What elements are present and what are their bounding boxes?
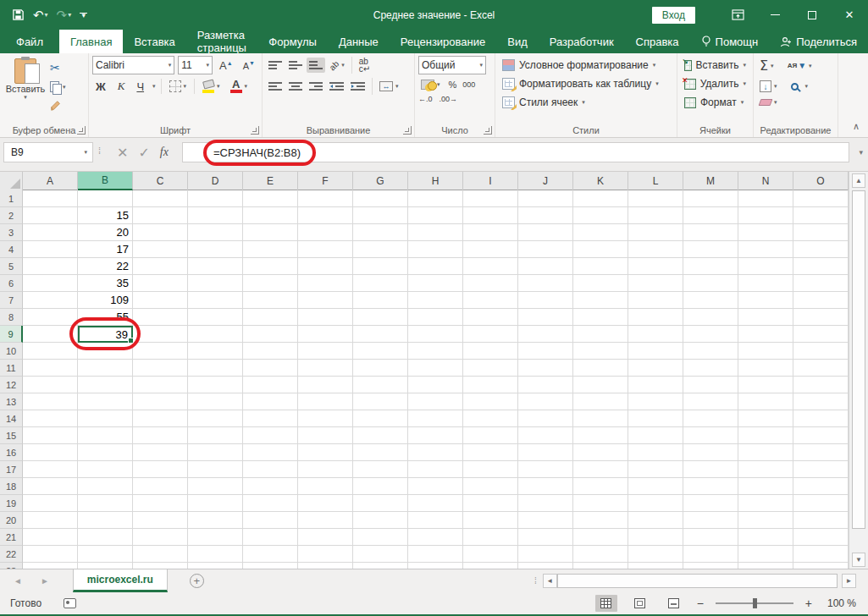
- cell-C3[interactable]: [133, 224, 188, 241]
- cell-A23[interactable]: [23, 563, 78, 569]
- cell-D10[interactable]: [188, 343, 243, 360]
- cell-B12[interactable]: [78, 377, 133, 393]
- cell-E12[interactable]: [243, 377, 298, 393]
- column-header-G[interactable]: G: [353, 172, 408, 190]
- cell-B4[interactable]: 17: [78, 241, 133, 258]
- cell-D22[interactable]: [188, 546, 243, 563]
- cell-N17[interactable]: [738, 461, 793, 478]
- cell-B6[interactable]: 35: [78, 275, 133, 292]
- cell-I22[interactable]: [463, 546, 518, 563]
- cell-N11[interactable]: [738, 360, 793, 377]
- cell-F21[interactable]: [298, 529, 353, 546]
- cell-N2[interactable]: [738, 207, 793, 224]
- format-cells-button[interactable]: Формат▾: [681, 93, 749, 112]
- column-header-F[interactable]: F: [298, 172, 353, 190]
- cell-K3[interactable]: [573, 224, 628, 241]
- row-header-3[interactable]: 3: [0, 224, 23, 241]
- find-select-icon[interactable]: ▾: [788, 81, 811, 92]
- cell-E15[interactable]: [243, 427, 298, 444]
- cell-H1[interactable]: [408, 190, 463, 207]
- increase-indent-icon[interactable]: [348, 79, 368, 94]
- tab-home[interactable]: Главная: [59, 30, 123, 53]
- cell-O5[interactable]: [793, 258, 849, 275]
- cell-O12[interactable]: [793, 377, 849, 393]
- cell-J22[interactable]: [518, 546, 573, 563]
- cell-O20[interactable]: [793, 512, 849, 529]
- cell-K4[interactable]: [573, 241, 628, 258]
- cell-A10[interactable]: [23, 343, 78, 360]
- cell-F12[interactable]: [298, 377, 353, 393]
- cell-A9[interactable]: [23, 326, 78, 343]
- cell-M9[interactable]: [683, 326, 738, 343]
- insert-cells-button[interactable]: ↘Вставить▾: [681, 56, 749, 74]
- cell-K12[interactable]: [573, 377, 628, 393]
- cell-G12[interactable]: [353, 377, 408, 393]
- cell-G1[interactable]: [353, 190, 408, 207]
- cell-J9[interactable]: [518, 326, 573, 343]
- cell-F7[interactable]: [298, 292, 353, 309]
- cell-L21[interactable]: [628, 529, 683, 546]
- cell-J4[interactable]: [518, 241, 573, 258]
- row-header-6[interactable]: 6: [0, 275, 23, 292]
- bold-button[interactable]: Ж: [92, 80, 109, 94]
- sign-in-button[interactable]: Вход: [652, 7, 695, 24]
- cell-F17[interactable]: [298, 461, 353, 478]
- enter-formula-icon[interactable]: ✓: [138, 145, 149, 161]
- cell-C21[interactable]: [133, 529, 188, 546]
- row-header-21[interactable]: 21: [0, 529, 23, 546]
- cell-A12[interactable]: [23, 377, 78, 393]
- cell-I9[interactable]: [463, 326, 518, 343]
- cell-B17[interactable]: [78, 461, 133, 478]
- cell-B9[interactable]: 39: [78, 326, 133, 343]
- cell-O21[interactable]: [793, 529, 849, 546]
- cell-G17[interactable]: [353, 461, 408, 478]
- row-header-15[interactable]: 15: [0, 427, 23, 444]
- cell-F10[interactable]: [298, 343, 353, 360]
- cell-F8[interactable]: [298, 309, 353, 326]
- cell-B14[interactable]: [78, 410, 133, 427]
- cancel-formula-icon[interactable]: ✕: [117, 145, 128, 161]
- cell-G7[interactable]: [353, 292, 408, 309]
- cell-M3[interactable]: [683, 224, 738, 241]
- cell-G9[interactable]: [353, 326, 408, 343]
- cell-O13[interactable]: [793, 393, 849, 410]
- cell-F14[interactable]: [298, 410, 353, 427]
- cell-E21[interactable]: [243, 529, 298, 546]
- undo-button[interactable]: ↶▾: [33, 8, 48, 23]
- cell-N23[interactable]: [738, 563, 793, 569]
- column-header-E[interactable]: E: [243, 172, 298, 190]
- cell-B8[interactable]: 55: [78, 309, 133, 326]
- column-header-B[interactable]: B: [78, 172, 133, 190]
- expand-formula-bar-icon[interactable]: ▾: [859, 148, 863, 157]
- cell-J18[interactable]: [518, 478, 573, 495]
- cell-G4[interactable]: [353, 241, 408, 258]
- cell-H14[interactable]: [408, 410, 463, 427]
- cell-A18[interactable]: [23, 478, 78, 495]
- cell-G16[interactable]: [353, 444, 408, 461]
- scroll-down-icon[interactable]: ▼: [852, 553, 865, 567]
- clipboard-dialog-launcher[interactable]: [77, 126, 86, 135]
- cell-J7[interactable]: [518, 292, 573, 309]
- autosum-button[interactable]: Σ▾: [757, 56, 777, 75]
- cell-C19[interactable]: [133, 495, 188, 512]
- sheet-tab-resizer[interactable]: ⁞: [534, 576, 538, 586]
- cell-I12[interactable]: [463, 377, 518, 393]
- row-header-5[interactable]: 5: [0, 258, 23, 275]
- cell-F20[interactable]: [298, 512, 353, 529]
- zoom-in-button[interactable]: +: [805, 597, 812, 610]
- cell-N1[interactable]: [738, 190, 793, 207]
- cell-E4[interactable]: [243, 241, 298, 258]
- cell-A20[interactable]: [23, 512, 78, 529]
- cell-O10[interactable]: [793, 343, 849, 360]
- cell-E5[interactable]: [243, 258, 298, 275]
- cell-C9[interactable]: [133, 326, 188, 343]
- cell-J11[interactable]: [518, 360, 573, 377]
- cell-D6[interactable]: [188, 275, 243, 292]
- cell-G10[interactable]: [353, 343, 408, 360]
- page-break-view-button[interactable]: [663, 595, 685, 612]
- cell-L19[interactable]: [628, 495, 683, 512]
- cell-K16[interactable]: [573, 444, 628, 461]
- cell-N7[interactable]: [738, 292, 793, 309]
- cell-M7[interactable]: [683, 292, 738, 309]
- align-top-icon[interactable]: [266, 58, 285, 73]
